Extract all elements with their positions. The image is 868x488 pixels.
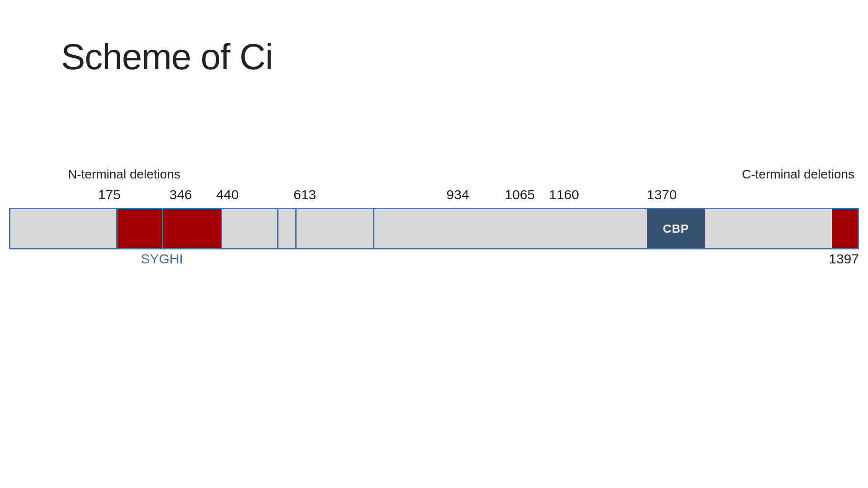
c-terminal-label: C-terminal deletions xyxy=(742,167,854,182)
syghi-label: SYGHI xyxy=(141,251,183,267)
pos-346: 346 xyxy=(170,187,192,202)
pos-1370: 1370 xyxy=(646,187,677,202)
diagram-container: N-terminal deletions C-terminal deletion… xyxy=(9,167,859,274)
protein-bar: CBP xyxy=(9,208,859,249)
seg-440-480 xyxy=(278,209,295,248)
seg-346-440 xyxy=(222,209,277,248)
seg-1160-1370 xyxy=(705,209,832,248)
below-labels: SYGHI 1397 xyxy=(9,251,859,274)
seg-1370-1397 xyxy=(832,209,858,248)
seg-0-175 xyxy=(10,209,116,248)
end-label: 1397 xyxy=(829,251,859,267)
pos-440: 440 xyxy=(216,187,239,202)
n-terminal-label: N-terminal deletions xyxy=(68,167,180,182)
seg-613-1065 xyxy=(374,209,647,248)
pos-1160: 1160 xyxy=(549,187,579,202)
page-title: Scheme of Ci xyxy=(61,36,273,78)
bar-outer: CBP xyxy=(9,208,859,249)
pos-934: 934 xyxy=(447,187,469,202)
labels-row: N-terminal deletions C-terminal deletion… xyxy=(9,167,859,185)
pos-175: 175 xyxy=(98,187,121,202)
seg-250-346 xyxy=(163,209,221,248)
pos-613: 613 xyxy=(293,187,316,202)
numbers-row: 175 346 440 613 934 1065 1160 1370 xyxy=(9,187,859,208)
seg-175-250 xyxy=(118,209,161,248)
seg-480-613 xyxy=(297,209,373,248)
pos-1065: 1065 xyxy=(505,187,535,202)
cbp-segment: CBP xyxy=(647,209,704,248)
